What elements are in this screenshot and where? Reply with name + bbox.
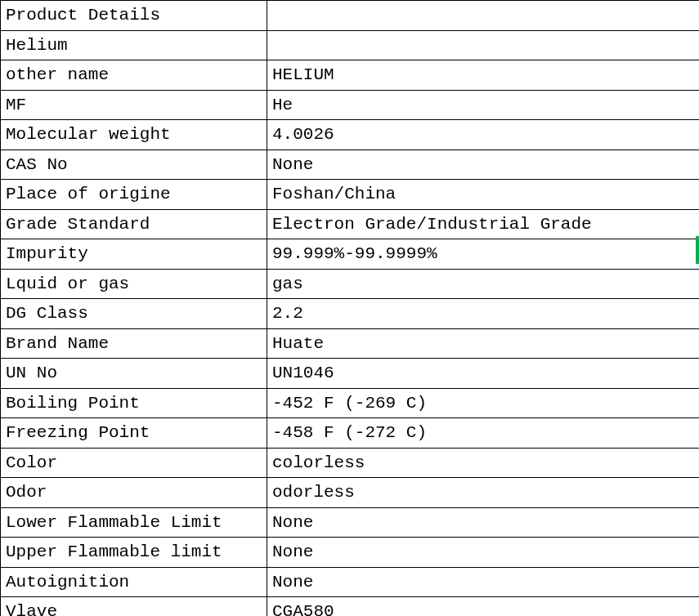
table-container: Product Details Helium other name HELIUM… — [0, 0, 699, 616]
table-row: Lower Flammable Limit None — [1, 507, 700, 538]
table-cell-label: Impurity — [1, 239, 267, 270]
table-cell-value: 4.0026 — [267, 120, 700, 150]
table-row: DG Class 2.2 — [1, 299, 700, 329]
table-row: Lquid or gas gas — [1, 269, 700, 299]
table-row: Impurity 99.999%-99.9999% — [1, 239, 700, 270]
table-cell-label: other name — [1, 60, 267, 91]
table-row: Grade Standard Electron Grade/Industrial… — [1, 209, 700, 239]
table-row: Product Details — [1, 1, 700, 31]
table-row: MF He — [1, 90, 700, 120]
table-cell-label: DG Class — [1, 299, 267, 329]
table-row: Odor odorless — [1, 478, 700, 508]
table-cell-value: None — [267, 538, 700, 568]
table-cell-value: None — [267, 507, 700, 538]
table-cell-value: odorless — [267, 478, 700, 508]
table-cell-value: 2.2 — [267, 299, 700, 329]
table-row: UN No UN1046 — [1, 359, 700, 389]
table-cell-label: MF — [1, 90, 267, 120]
table-row: Boiling Point -452 F (-269 C) — [1, 388, 700, 418]
table-cell-label: Place of origine — [1, 180, 267, 210]
table-cell-label: Freezing Point — [1, 418, 267, 449]
table-cell-label: Autoignition — [1, 567, 267, 597]
table-row: Place of origine Foshan/China — [1, 180, 700, 210]
table-row: CAS No None — [1, 150, 700, 180]
table-cell-value: None — [267, 150, 700, 180]
table-cell-label: UN No — [1, 359, 267, 389]
table-row: Helium — [1, 30, 700, 60]
table-cell-value: colorless — [267, 448, 700, 478]
product-details-table: Product Details Helium other name HELIUM… — [0, 0, 699, 616]
table-row: Autoignition None — [1, 567, 700, 597]
table-cell-value: Huate — [267, 328, 700, 359]
table-row: Molecular weight 4.0026 — [1, 120, 700, 150]
table-row: Freezing Point -458 F (-272 C) — [1, 418, 700, 449]
table-cell-value: UN1046 — [267, 359, 700, 389]
table-cell-value: None — [267, 567, 700, 597]
table-cell-value — [267, 30, 700, 60]
table-cell-label: Color — [1, 448, 267, 478]
table-cell-label: Grade Standard — [1, 209, 267, 239]
table-cell-value: He — [267, 90, 700, 120]
highlight-marker — [696, 236, 699, 264]
table-cell-label: Upper Flammable limit — [1, 538, 267, 568]
table-cell-value: HELIUM — [267, 60, 700, 91]
table-cell-label: Odor — [1, 478, 267, 508]
table-row: Color colorless — [1, 448, 700, 478]
table-cell-label: Lower Flammable Limit — [1, 507, 267, 538]
table-cell-value: 99.999%-99.9999% — [267, 239, 700, 270]
table-cell-label: Brand Name — [1, 328, 267, 359]
table-row: Vlave CGA580 — [1, 597, 700, 617]
table-cell-value: -458 F (-272 C) — [267, 418, 700, 449]
table-cell-label: Boiling Point — [1, 388, 267, 418]
table-row: Brand Name Huate — [1, 328, 700, 359]
table-cell-value — [267, 1, 700, 31]
table-cell-label: Vlave — [1, 597, 267, 617]
table-row: Upper Flammable limit None — [1, 538, 700, 568]
table-cell-label: CAS No — [1, 150, 267, 180]
table-cell-label: Helium — [1, 30, 267, 60]
table-row: other name HELIUM — [1, 60, 700, 91]
table-cell-value: CGA580 — [267, 597, 700, 617]
table-cell-label: Molecular weight — [1, 120, 267, 150]
table-cell-label: Lquid or gas — [1, 269, 267, 299]
table-cell-value: gas — [267, 269, 700, 299]
table-cell-value: Electron Grade/Industrial Grade — [267, 209, 700, 239]
table-cell-value: Foshan/China — [267, 180, 700, 210]
table-cell-value: -452 F (-269 C) — [267, 388, 700, 418]
table-cell-label: Product Details — [1, 1, 267, 31]
